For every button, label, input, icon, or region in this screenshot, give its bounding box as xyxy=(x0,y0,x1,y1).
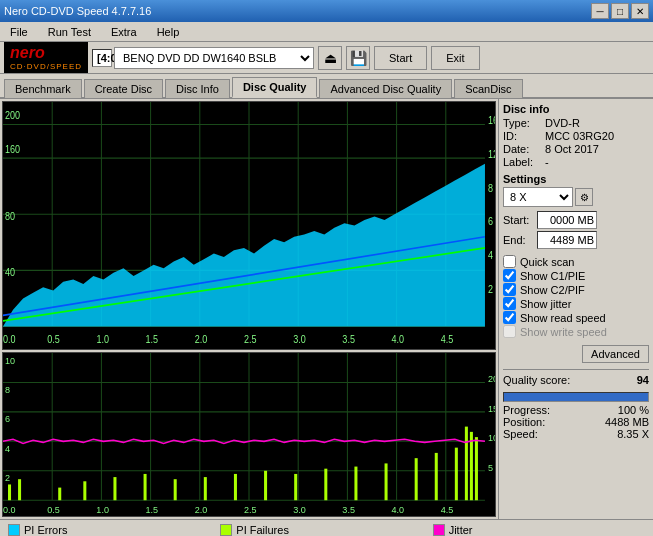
start-input[interactable] xyxy=(537,211,597,229)
svg-text:2.5: 2.5 xyxy=(244,505,257,515)
tab-scandisc[interactable]: ScanDisc xyxy=(454,79,522,98)
svg-rect-55 xyxy=(113,477,116,500)
svg-text:15: 15 xyxy=(488,404,495,414)
disc-type-row: Type: DVD-R xyxy=(503,117,649,129)
svg-rect-67 xyxy=(455,448,458,501)
svg-text:3.5: 3.5 xyxy=(342,334,355,346)
disc-date-label: Date: xyxy=(503,143,541,155)
show-jitter-label: Show jitter xyxy=(520,298,571,310)
advanced-btn-container: Advanced xyxy=(503,343,649,363)
eject-button[interactable]: ⏏ xyxy=(318,46,342,70)
svg-text:8: 8 xyxy=(5,385,10,395)
nero-logo: nero CD·DVD/SPEED xyxy=(4,42,88,73)
svg-rect-65 xyxy=(415,458,418,500)
speed-row: 8 X ⚙ xyxy=(503,187,649,207)
disc-label-label: Label: xyxy=(503,156,541,168)
disc-label-row: Label: - xyxy=(503,156,649,168)
svg-rect-58 xyxy=(204,477,207,500)
svg-text:1.0: 1.0 xyxy=(96,334,109,346)
save-button[interactable]: 💾 xyxy=(346,46,370,70)
end-mb-row: End: xyxy=(503,231,649,249)
svg-text:2.0: 2.0 xyxy=(195,334,208,346)
tab-disc-info[interactable]: Disc Info xyxy=(165,79,230,98)
svg-text:3.5: 3.5 xyxy=(342,505,355,515)
quick-scan-checkbox[interactable] xyxy=(503,255,516,268)
svg-rect-51 xyxy=(8,484,11,500)
svg-text:40: 40 xyxy=(5,267,15,279)
end-input[interactable] xyxy=(537,231,597,249)
svg-rect-63 xyxy=(354,467,357,501)
svg-text:1.0: 1.0 xyxy=(96,505,109,515)
settings-title: Settings xyxy=(503,173,649,185)
show-jitter-checkbox[interactable] xyxy=(503,297,516,310)
show-read-speed-label: Show read speed xyxy=(520,312,606,324)
pi-failures-color-box xyxy=(220,524,232,536)
show-write-speed-checkbox xyxy=(503,325,516,338)
tab-benchmark[interactable]: Benchmark xyxy=(4,79,82,98)
settings-icon-button[interactable]: ⚙ xyxy=(575,188,593,206)
menubar: File Run Test Extra Help xyxy=(0,22,653,42)
show-read-speed-checkbox[interactable] xyxy=(503,311,516,324)
svg-rect-64 xyxy=(385,463,388,500)
checkboxes-section: Quick scan Show C1/PIE Show C2/PIF Show … xyxy=(503,255,649,339)
svg-text:4.5: 4.5 xyxy=(441,505,454,515)
svg-text:1.5: 1.5 xyxy=(146,334,159,346)
disc-type-value: DVD-R xyxy=(545,117,580,129)
quality-score-value: 94 xyxy=(637,374,649,386)
speed-label: Speed: xyxy=(503,428,538,440)
advanced-button[interactable]: Advanced xyxy=(582,345,649,363)
maximize-button[interactable]: □ xyxy=(611,3,629,19)
svg-text:4: 4 xyxy=(488,250,494,262)
menu-help[interactable]: Help xyxy=(151,24,186,40)
quality-score-section: Quality score: 94 xyxy=(503,369,649,386)
show-c2pif-row: Show C2/PIF xyxy=(503,283,649,296)
minimize-button[interactable]: ─ xyxy=(591,3,609,19)
svg-text:4.0: 4.0 xyxy=(392,334,405,346)
menu-extra[interactable]: Extra xyxy=(105,24,143,40)
tab-create-disc[interactable]: Create Disc xyxy=(84,79,163,98)
svg-text:8: 8 xyxy=(488,182,493,194)
disc-label-value: - xyxy=(545,156,549,168)
pi-errors-label: PI Errors xyxy=(24,524,67,536)
end-label: End: xyxy=(503,234,533,246)
speed-dropdown[interactable]: 8 X xyxy=(503,187,573,207)
svg-text:4: 4 xyxy=(5,444,10,454)
app-title: Nero CD-DVD Speed 4.7.7.16 xyxy=(4,5,151,17)
jitter-label: Jitter xyxy=(449,524,473,536)
show-read-speed-row: Show read speed xyxy=(503,311,649,324)
start-button[interactable]: Start xyxy=(374,46,427,70)
bottom-legend: PI Errors Average: 45.45 Maximum: 171 To… xyxy=(0,519,653,536)
svg-text:3.0: 3.0 xyxy=(293,505,306,515)
svg-text:10: 10 xyxy=(5,355,15,365)
settings-section: Settings 8 X ⚙ Start: End: xyxy=(503,173,649,251)
svg-text:4.0: 4.0 xyxy=(392,505,405,515)
nero-logo-text: nero xyxy=(10,44,45,62)
svg-text:6: 6 xyxy=(5,414,10,424)
quick-scan-row: Quick scan xyxy=(503,255,649,268)
legend-jitter: Jitter Average: 8.91 % Maximum: 10.9 % P… xyxy=(433,524,645,536)
legend-pi-errors: PI Errors Average: 45.45 Maximum: 171 To… xyxy=(8,524,220,536)
drive-dropdown[interactable]: BENQ DVD DD DW1640 BSLB xyxy=(114,47,314,69)
progress-section: Progress: 100 % Position: 4488 MB Speed:… xyxy=(503,392,649,440)
svg-rect-56 xyxy=(144,474,147,500)
menu-run-test[interactable]: Run Test xyxy=(42,24,97,40)
menu-file[interactable]: File xyxy=(4,24,34,40)
svg-text:10: 10 xyxy=(488,433,495,443)
svg-text:200: 200 xyxy=(5,109,20,121)
close-button[interactable]: ✕ xyxy=(631,3,649,19)
tab-disc-quality[interactable]: Disc Quality xyxy=(232,77,318,98)
drive-label: [4:0] xyxy=(92,49,112,67)
svg-text:20: 20 xyxy=(488,374,495,384)
disc-type-label: Type: xyxy=(503,117,541,129)
show-c1pie-checkbox[interactable] xyxy=(503,269,516,282)
svg-text:3.0: 3.0 xyxy=(293,334,306,346)
quick-scan-label: Quick scan xyxy=(520,256,574,268)
pi-failures-label: PI Failures xyxy=(236,524,289,536)
pi-errors-color-box xyxy=(8,524,20,536)
show-c2pif-checkbox[interactable] xyxy=(503,283,516,296)
tab-advanced-disc-quality[interactable]: Advanced Disc Quality xyxy=(319,79,452,98)
toolbar: nero CD·DVD/SPEED [4:0] BENQ DVD DD DW16… xyxy=(0,42,653,74)
svg-rect-66 xyxy=(435,453,438,500)
disc-id-row: ID: MCC 03RG20 xyxy=(503,130,649,142)
exit-button[interactable]: Exit xyxy=(431,46,479,70)
